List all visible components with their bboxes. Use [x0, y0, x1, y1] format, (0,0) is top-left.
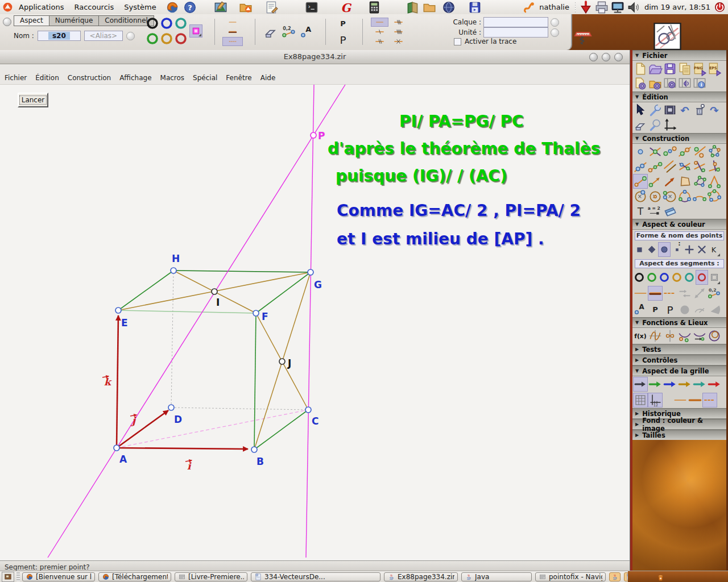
line-dashed-icon[interactable] [222, 37, 243, 46]
menu-raccourcis[interactable]: Raccourcis [69, 3, 119, 11]
zoom-tool-icon[interactable] [648, 118, 663, 132]
section-aspect-couleur[interactable]: ▼Aspect & couleur [632, 219, 726, 230]
trace-icon[interactable] [692, 329, 707, 343]
segment-tool-icon[interactable] [633, 174, 648, 189]
line-thick-icon[interactable] [222, 27, 243, 36]
folder-icon[interactable] [422, 0, 437, 15]
tick-one-icon[interactable] [371, 27, 388, 36]
closed-locus-icon[interactable] [707, 329, 722, 343]
locus-icon[interactable] [677, 329, 692, 343]
vector-tool-icon[interactable] [648, 174, 663, 189]
polygon2-tool-icon[interactable] [692, 174, 707, 189]
menu-special[interactable]: Spécial [193, 74, 217, 82]
taskbar-telechargements[interactable]: [Téléchargements] [98, 572, 171, 581]
point-color-red-icon[interactable] [174, 32, 188, 45]
tick-two-icon[interactable] [371, 37, 388, 46]
section-fond[interactable]: ▶Fond : couleur & image [632, 419, 726, 430]
section-edition[interactable]: ▼Édition [632, 92, 726, 102]
username[interactable]: nathalie [536, 3, 572, 11]
fill-color-icon[interactable] [189, 24, 202, 38]
geometry-canvas[interactable]: ABCDEFGHIJPijk Lancer PI/ PA=PG/ PC d'ap… [0, 85, 630, 560]
arc3-tool-icon[interactable] [677, 189, 692, 203]
trace-checkbox[interactable]: Activer la trace [454, 38, 516, 45]
panel-info-icon[interactable]: i [692, 76, 707, 91]
parallel-tool-icon[interactable] [663, 159, 677, 174]
annotation-thales-1[interactable]: PI/ PA=PG/ PC [399, 112, 524, 131]
point-color-teal-icon[interactable] [174, 16, 188, 30]
globe-icon[interactable] [441, 0, 456, 15]
clock[interactable]: dim 19 avr, 18:51 [641, 3, 714, 11]
point-shape-circle-icon[interactable] [658, 242, 671, 257]
segment-length-icon[interactable]: 0,2 [707, 286, 722, 301]
unite-input[interactable] [483, 27, 548, 38]
section-tests[interactable]: ▶Tests [632, 344, 726, 355]
annotation-thales-3[interactable]: puisque (IG)/ / (AC) [336, 167, 507, 185]
panel-sound-icon[interactable] [677, 76, 692, 91]
tick-none-icon[interactable] [371, 18, 388, 27]
redo-icon[interactable]: ↷ [707, 103, 722, 118]
menu-applications[interactable]: Applications [14, 3, 69, 11]
duplicate-icon[interactable] [677, 61, 692, 76]
volume-icon[interactable] [626, 0, 641, 15]
grid-arrow-gold-icon[interactable] [677, 377, 692, 392]
graphics-app-icon[interactable] [213, 0, 228, 15]
new-file-icon[interactable] [633, 61, 648, 76]
grid-arrow-black-icon[interactable] [633, 377, 648, 392]
section-construction[interactable]: ▼Construction [632, 133, 726, 144]
point-shape-diamond-icon[interactable] [646, 242, 658, 257]
dictionary-icon[interactable] [406, 0, 420, 15]
axes-icon[interactable]: 12 [648, 393, 663, 408]
trash-icon[interactable] [656, 572, 665, 582]
panel-settings-icon[interactable] [663, 76, 677, 91]
fill-circle-icon[interactable] [677, 302, 692, 317]
polygon-points-tool-icon[interactable] [707, 144, 722, 159]
annotation-conclusion-2[interactable]: et I est milieu de [AP] . [337, 230, 544, 248]
gimp-icon[interactable]: G [338, 0, 353, 15]
curve-icon[interactable] [648, 329, 663, 343]
undo-icon[interactable]: ↶ [677, 103, 692, 118]
window-close-button[interactable] [614, 53, 623, 61]
image-tool-icon[interactable] [663, 203, 677, 218]
toolbar-orb[interactable] [3, 18, 11, 26]
taskbar-mini-java[interactable] [609, 572, 621, 581]
point-color-black-icon[interactable] [146, 16, 159, 30]
menu-fenetre[interactable]: Fenêtre [226, 74, 251, 82]
move-cursor-icon[interactable] [633, 103, 648, 118]
function-icon[interactable]: f(x) [633, 329, 648, 343]
floppy-run-icon[interactable] [468, 0, 482, 15]
point-tool-icon[interactable] [633, 144, 648, 159]
show-desktop-icon[interactable] [2, 572, 14, 582]
window-maximize-button[interactable] [602, 53, 610, 61]
line-thin-icon[interactable] [222, 18, 243, 27]
window-minimize-button[interactable] [589, 53, 598, 61]
alias-input[interactable]: <Alias> [84, 31, 123, 41]
alias-apply-button[interactable] [126, 32, 135, 40]
open-settings-icon[interactable] [648, 76, 663, 91]
grid-icon[interactable] [633, 393, 648, 408]
segment-length-icon[interactable]: 0,2 [281, 24, 297, 40]
point-color-green-icon[interactable] [146, 32, 159, 45]
label-small-icon[interactable]: P [648, 302, 663, 317]
midpoint-tool-icon[interactable] [663, 144, 677, 159]
circle-points-tool-icon[interactable] [707, 189, 722, 203]
export-png-icon[interactable]: PNG [692, 61, 707, 76]
delete-object-icon[interactable] [692, 103, 707, 118]
point-shape-plus-icon[interactable] [683, 242, 696, 257]
line-point-tool-icon[interactable] [692, 144, 707, 159]
firefox-icon[interactable] [165, 0, 180, 15]
segment-color-red-icon[interactable] [696, 270, 708, 285]
label-point-icon[interactable]: A [633, 302, 648, 317]
taskbar-bienvenue[interactable]: [Bienvenue sur l... [22, 572, 95, 581]
segment-color-black-icon[interactable] [633, 270, 646, 285]
circle-radius-tool-icon[interactable]: × [663, 189, 677, 203]
window-titlebar[interactable]: Ex88page334.zir [0, 50, 630, 64]
segment-midpoint-tool-icon[interactable] [648, 159, 663, 174]
calculator-icon[interactable] [367, 0, 382, 15]
ubuntu-logo-icon[interactable] [2, 1, 14, 13]
taskbar-grip[interactable] [16, 572, 20, 581]
point-name-icon[interactable]: K [708, 242, 721, 257]
menu-affichage[interactable]: Affichage [119, 74, 151, 82]
help-icon[interactable]: ? [183, 0, 197, 15]
menu-systeme[interactable]: Système [119, 3, 161, 11]
tick-four-icon[interactable] [390, 27, 407, 36]
